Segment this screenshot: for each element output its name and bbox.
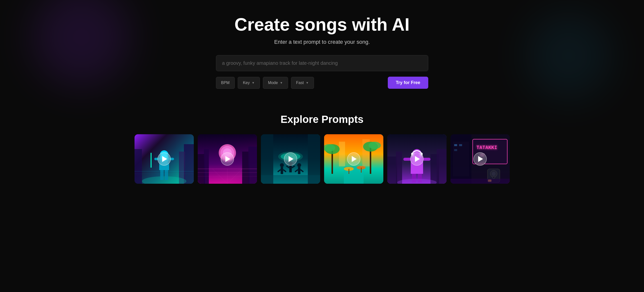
play-triangle-icon-6 (478, 156, 483, 162)
svg-rect-85 (453, 142, 469, 176)
play-triangle-icon-1 (162, 156, 167, 162)
play-triangle-icon-5 (415, 156, 420, 162)
play-triangle-icon-4 (352, 156, 357, 162)
play-triangle-icon-3 (288, 156, 294, 162)
prompt-card-1[interactable] (134, 134, 194, 184)
speed-chevron-icon: ▼ (306, 81, 309, 85)
svg-rect-59 (361, 168, 362, 173)
speed-button[interactable]: Fast ▼ (291, 77, 314, 89)
speed-label: Fast (296, 81, 304, 85)
svg-rect-1 (184, 144, 194, 184)
svg-rect-9 (165, 170, 168, 180)
prompts-grid: TATAKKI ME (10, 134, 634, 184)
svg-point-41 (297, 163, 301, 167)
svg-rect-86 (454, 144, 457, 146)
hero-title: Create songs with AI (234, 15, 410, 34)
play-button-6[interactable] (474, 152, 487, 166)
svg-rect-62 (396, 152, 402, 184)
try-for-free-button[interactable]: Try for Free (388, 77, 428, 89)
svg-rect-11 (150, 153, 152, 168)
svg-rect-57 (348, 169, 349, 174)
prompt-card-3[interactable] (261, 134, 320, 184)
mode-chevron-icon: ▼ (280, 81, 283, 85)
prompt-input-wrapper (216, 55, 428, 71)
svg-rect-47 (339, 142, 345, 166)
svg-point-55 (368, 142, 381, 149)
svg-rect-61 (387, 157, 397, 184)
svg-rect-16 (204, 149, 209, 184)
svg-rect-0 (134, 149, 142, 184)
play-button-2[interactable] (221, 152, 234, 166)
bg-blob-right (526, 12, 612, 99)
play-button-1[interactable] (158, 152, 171, 166)
prompt-input[interactable] (216, 55, 428, 71)
play-button-5[interactable] (410, 152, 424, 166)
play-triangle-icon-2 (225, 156, 230, 162)
hero-section: Create songs with AI Enter a text prompt… (0, 0, 644, 108)
svg-point-81 (492, 172, 496, 176)
svg-rect-8 (160, 170, 164, 180)
key-label: Key (243, 81, 250, 85)
prompt-card-4[interactable] (324, 134, 383, 184)
explore-title: Explore Prompts (10, 113, 634, 125)
svg-point-33 (280, 163, 284, 167)
prompt-card-5[interactable] (387, 134, 446, 184)
controls-row: BPM Key ▼ Mode ▼ Fast ▼ Try for Free (216, 77, 428, 89)
svg-text:TATAKKI: TATAKKI (476, 144, 497, 150)
svg-rect-34 (281, 167, 283, 174)
bg-blob-left (32, 0, 131, 87)
play-button-4[interactable] (347, 152, 360, 166)
mode-button[interactable]: Mode ▼ (263, 77, 288, 89)
explore-section: Explore Prompts (0, 108, 644, 199)
svg-rect-45 (261, 175, 320, 184)
hero-subtitle: Enter a text prompt to create your song. (274, 39, 370, 45)
key-chevron-icon: ▼ (252, 81, 255, 85)
svg-rect-89 (450, 179, 510, 184)
play-button-3[interactable] (284, 152, 297, 166)
svg-rect-64 (437, 149, 446, 184)
mode-label: Mode (268, 81, 278, 85)
prompt-card-2[interactable] (198, 134, 257, 184)
key-button[interactable]: Key ▼ (238, 77, 260, 89)
svg-rect-38 (289, 166, 292, 172)
bpm-label: BPM (221, 81, 230, 85)
svg-point-82 (492, 176, 495, 179)
svg-rect-70 (422, 158, 430, 161)
svg-rect-42 (298, 167, 300, 174)
svg-rect-88 (454, 149, 457, 151)
svg-rect-87 (459, 144, 462, 146)
svg-rect-18 (248, 147, 257, 184)
bpm-button[interactable]: BPM (216, 77, 235, 89)
prompt-card-6[interactable]: TATAKKI ME (450, 134, 510, 184)
